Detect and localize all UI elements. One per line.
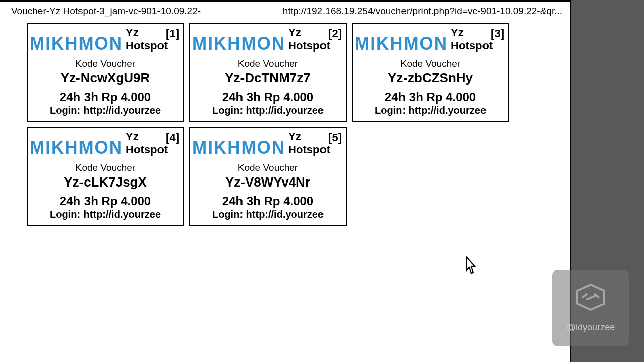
brand-logo: MIKHMON bbox=[192, 137, 288, 158]
page-title: Voucher-Yz Hotspot-3_jam-vc-901-10.09.22… bbox=[11, 6, 201, 17]
brand-logo: MIKHMON bbox=[192, 33, 288, 54]
watermark-icon bbox=[573, 284, 608, 317]
voucher-index: [4] bbox=[166, 131, 179, 144]
brand-logo: MIKHMON bbox=[30, 137, 126, 158]
price-line: 24h 3h Rp 4.000 bbox=[28, 90, 183, 104]
voucher-card: [3] MIKHMON Yz Hotspot Kode Voucher Yz-z… bbox=[352, 23, 509, 122]
voucher-card: [4] MIKHMON Yz Hotspot Kode Voucher Yz-c… bbox=[27, 127, 184, 226]
code-label: Kode Voucher bbox=[190, 162, 346, 173]
code-label: Kode Voucher bbox=[190, 58, 346, 69]
voucher-index: [2] bbox=[328, 27, 342, 40]
brand-logo: MIKHMON bbox=[355, 33, 451, 54]
page-header: Voucher-Yz Hotspot-3_jam-vc-901-10.09.22… bbox=[0, 2, 570, 19]
voucher-code: Yz-cLK7JsgX bbox=[28, 174, 183, 190]
cursor-icon bbox=[466, 256, 477, 278]
code-label: Kode Voucher bbox=[28, 58, 183, 69]
login-line: Login: http://id.yourzee bbox=[28, 105, 183, 116]
login-line: Login: http://id.yourzee bbox=[353, 105, 508, 116]
voucher-index: [1] bbox=[166, 27, 179, 40]
voucher-card: [2] MIKHMON Yz Hotspot Kode Voucher Yz-D… bbox=[189, 23, 347, 122]
price-line: 24h 3h Rp 4.000 bbox=[190, 90, 346, 104]
voucher-code: Yz-zbCZSnHy bbox=[353, 70, 508, 86]
voucher-index: [3] bbox=[491, 27, 504, 40]
price-line: 24h 3h Rp 4.000 bbox=[28, 194, 183, 208]
code-label: Kode Voucher bbox=[353, 58, 508, 69]
login-line: Login: http://id.yourzee bbox=[190, 209, 346, 220]
price-line: 24h 3h Rp 4.000 bbox=[353, 90, 508, 104]
page-url: http://192.168.19.254/voucher/print.php?… bbox=[283, 6, 562, 17]
voucher-code: Yz-V8WYv4Nr bbox=[190, 174, 346, 190]
voucher-code: Yz-NcwXgU9R bbox=[28, 70, 183, 86]
brand-logo: MIKHMON bbox=[30, 33, 126, 54]
voucher-code: Yz-DcTNM7z7 bbox=[190, 70, 346, 86]
voucher-grid: [1] MIKHMON Yz Hotspot Kode Voucher Yz-N… bbox=[0, 19, 570, 229]
price-line: 24h 3h Rp 4.000 bbox=[190, 194, 346, 208]
watermark-badge: @idyourzee bbox=[552, 270, 629, 346]
watermark-handle: @idyourzee bbox=[567, 322, 615, 333]
print-page: Voucher-Yz Hotspot-3_jam-vc-901-10.09.22… bbox=[0, 0, 571, 362]
voucher-index: [5] bbox=[328, 131, 342, 144]
login-line: Login: http://id.yourzee bbox=[190, 105, 346, 116]
voucher-card: [5] MIKHMON Yz Hotspot Kode Voucher Yz-V… bbox=[189, 127, 347, 226]
voucher-card: [1] MIKHMON Yz Hotspot Kode Voucher Yz-N… bbox=[27, 23, 184, 122]
code-label: Kode Voucher bbox=[28, 162, 183, 173]
login-line: Login: http://id.yourzee bbox=[28, 209, 183, 220]
